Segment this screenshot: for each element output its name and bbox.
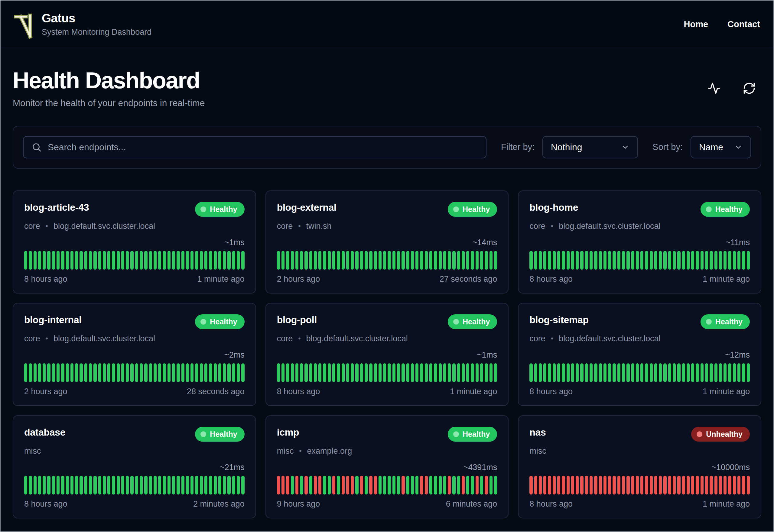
history-bar-up — [439, 476, 442, 495]
card-header: blog-external Healthy — [277, 202, 497, 217]
main-nav: Home Contact — [684, 19, 760, 29]
history-end-time: 1 minute ago — [703, 499, 750, 509]
history-bar-up — [61, 251, 64, 270]
history-range: 8 hours ago 2 minutes ago — [24, 499, 245, 509]
history-bar-up — [365, 251, 368, 270]
endpoint-card[interactable]: blog-sitemap Healthy core • blog.default… — [518, 303, 761, 406]
history-bar-up — [529, 251, 532, 270]
history-start-time: 9 hours ago — [277, 499, 320, 509]
endpoint-group: core — [529, 334, 545, 343]
endpoint-group: core — [24, 222, 40, 231]
search-box[interactable] — [23, 136, 486, 158]
history-bar-up — [724, 251, 727, 270]
history-bar-up — [677, 251, 680, 270]
history-bar-up — [291, 476, 294, 495]
history-bar-up — [149, 363, 152, 382]
history-bar-up — [480, 476, 483, 495]
history-bar-down — [742, 476, 745, 495]
history-bar-up — [590, 251, 593, 270]
endpoint-card[interactable]: icmp Healthy misc • example.org ~4391ms … — [265, 415, 509, 518]
page-title: Health Dashboard — [13, 68, 205, 92]
history-bar-up — [374, 363, 377, 382]
endpoint-card[interactable]: blog-poll Healthy core • blog.default.sv… — [265, 303, 509, 406]
sort-select[interactable]: Name — [691, 136, 751, 158]
history-start-time: 2 hours ago — [24, 387, 67, 396]
history-bar-up — [613, 363, 616, 382]
search-input[interactable] — [48, 142, 478, 152]
history-bar-up — [80, 363, 83, 382]
history-bar-up — [710, 251, 713, 270]
history-bar-up — [466, 363, 469, 382]
history-bar-up — [318, 363, 321, 382]
history-bar-up — [70, 251, 73, 270]
status-dot-icon — [453, 431, 459, 437]
status-label: Healthy — [210, 205, 237, 214]
history-bar-up — [117, 251, 120, 270]
history-start-time: 8 hours ago — [529, 499, 573, 509]
history-range: 2 hours ago 27 seconds ago — [277, 274, 497, 284]
history-start-time: 8 hours ago — [529, 387, 573, 396]
history-bar-up — [144, 476, 147, 495]
card-spacer — [529, 231, 750, 238]
history-bar-up — [567, 363, 570, 382]
endpoint-card[interactable]: blog-article-43 Healthy core • blog.defa… — [13, 190, 256, 294]
history-bar-up — [494, 476, 497, 495]
endpoint-host: blog.default.svc.cluster.local — [306, 334, 408, 343]
history-bar-up — [411, 363, 414, 382]
status-dot-icon — [200, 319, 206, 325]
activity-icon[interactable] — [707, 82, 721, 95]
history-bar-up — [608, 251, 611, 270]
status-dot-icon — [706, 319, 712, 325]
history-bar-up — [346, 363, 349, 382]
history-range: 8 hours ago 1 minute ago — [529, 274, 750, 284]
refresh-icon[interactable] — [743, 82, 756, 95]
history-bar-up — [543, 251, 546, 270]
history-bar-up — [177, 251, 180, 270]
history-bar-up — [300, 363, 303, 382]
endpoint-card[interactable]: blog-external Healthy core • twin.sh ~14… — [265, 190, 509, 294]
nav-link-contact[interactable]: Contact — [727, 19, 760, 29]
history-bar-up — [701, 251, 704, 270]
nav-link-home[interactable]: Home — [684, 19, 708, 29]
status-badge: Healthy — [195, 427, 244, 442]
history-bar-up — [190, 476, 193, 495]
endpoint-card[interactable]: blog-internal Healthy core • blog.defaul… — [13, 303, 256, 406]
endpoint-card[interactable]: blog-home Healthy core • blog.default.sv… — [518, 190, 761, 294]
filter-selected-value: Nothing — [551, 142, 582, 152]
endpoint-card[interactable]: database Healthy misc • ~21ms 8 hours ag… — [13, 415, 256, 518]
history-bar-up — [659, 251, 662, 270]
history-bar-up — [318, 251, 321, 270]
history-bar-up — [654, 251, 657, 270]
history-bar-up — [471, 363, 474, 382]
history-bar-down — [737, 476, 740, 495]
history-bar-up — [388, 363, 391, 382]
history-bar-up — [80, 251, 83, 270]
history-bar-up — [663, 251, 666, 270]
history-bar-up — [98, 251, 101, 270]
endpoint-card[interactable]: nas Unhealthy misc • ~10000ms 8 hours ag… — [518, 415, 761, 518]
filter-select[interactable]: Nothing — [542, 136, 638, 158]
dot-separator-icon: • — [46, 222, 48, 230]
history-end-time: 1 minute ago — [703, 387, 750, 396]
history-bar-up — [43, 476, 46, 495]
history-end-time: 1 minute ago — [197, 274, 245, 284]
history-bar-up — [186, 251, 189, 270]
history-bar-up — [149, 476, 152, 495]
uptime-history-bars — [277, 363, 497, 382]
history-bar-up — [342, 251, 345, 270]
history-bar-up — [631, 251, 634, 270]
status-dot-icon — [706, 206, 712, 212]
history-bar-up — [476, 251, 479, 270]
history-bar-up — [323, 476, 326, 495]
history-bar-up — [397, 363, 400, 382]
history-bar-up — [232, 476, 235, 495]
history-bar-up — [304, 363, 307, 382]
history-bar-up — [599, 251, 602, 270]
history-bar-up — [218, 476, 221, 495]
dot-separator-icon: • — [299, 447, 301, 455]
endpoint-name: blog-internal — [24, 314, 82, 326]
history-bar-up — [429, 363, 432, 382]
app-header: Gatus System Monitoring Dashboard Home C… — [1, 1, 773, 48]
history-bar-down — [682, 476, 685, 495]
endpoint-name: blog-poll — [277, 314, 317, 326]
